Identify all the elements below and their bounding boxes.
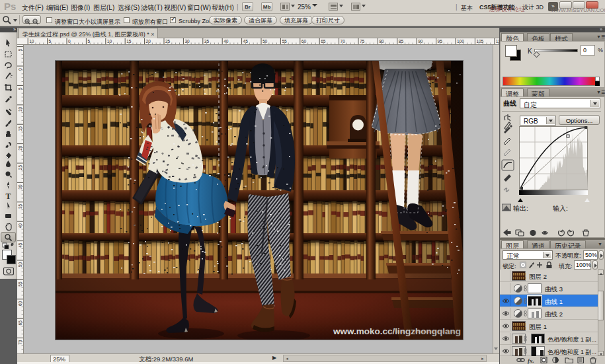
- svg-text:80: 80: [379, 39, 384, 44]
- svg-text:105: 105: [476, 39, 483, 44]
- svg-text:25: 25: [18, 165, 22, 170]
- svg-text:10: 10: [18, 106, 22, 112]
- svg-text:95: 95: [438, 39, 443, 44]
- svg-text:30: 30: [18, 184, 22, 190]
- svg-text:5: 5: [49, 39, 52, 44]
- svg-text:50: 50: [262, 39, 268, 44]
- svg-text:55: 55: [18, 281, 22, 287]
- svg-text:5: 5: [87, 39, 90, 44]
- svg-text:35: 35: [204, 39, 210, 44]
- svg-text:75: 75: [360, 39, 365, 44]
- svg-text:25: 25: [165, 39, 171, 44]
- svg-text:15: 15: [126, 39, 132, 44]
- svg-text:45: 45: [18, 242, 22, 248]
- svg-text:110: 110: [496, 39, 499, 44]
- svg-text:10: 10: [107, 39, 112, 44]
- svg-text:60: 60: [302, 39, 307, 44]
- svg-text:20: 20: [146, 39, 151, 44]
- svg-text:10: 10: [29, 39, 34, 44]
- svg-text:65: 65: [321, 39, 326, 44]
- svg-text:50: 50: [18, 262, 22, 268]
- svg-text:90: 90: [418, 39, 423, 44]
- svg-text:0: 0: [68, 39, 71, 44]
- svg-text:T: T: [6, 192, 11, 200]
- svg-text:40: 40: [223, 39, 229, 44]
- svg-text:30: 30: [184, 39, 190, 44]
- svg-text:35: 35: [18, 203, 22, 209]
- svg-text:40: 40: [18, 223, 22, 229]
- svg-text:20: 20: [18, 145, 22, 151]
- svg-text:85: 85: [399, 39, 404, 44]
- svg-text:55: 55: [282, 39, 287, 44]
- svg-text:65: 65: [18, 320, 22, 326]
- svg-text:15: 15: [18, 126, 22, 131]
- svg-text:70: 70: [18, 340, 22, 345]
- svg-text:60: 60: [18, 301, 22, 306]
- svg-text:70: 70: [341, 39, 346, 44]
- svg-text:fx.: fx.: [528, 357, 534, 364]
- svg-text:45: 45: [243, 39, 249, 44]
- svg-text:100: 100: [457, 39, 464, 44]
